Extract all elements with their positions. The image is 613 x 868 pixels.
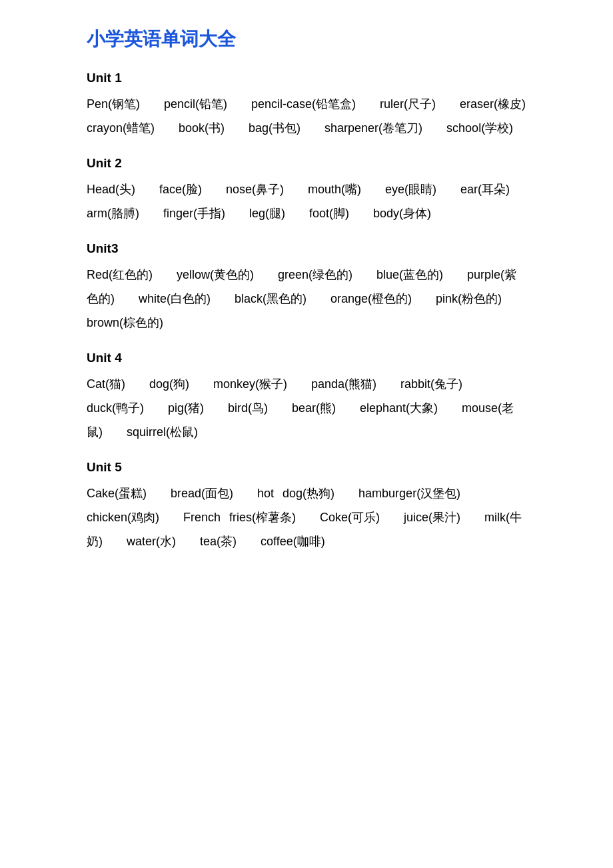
unit-heading-5: Unit 5 bbox=[87, 460, 526, 475]
unit-content-2: Head(头) face(脸) nose(鼻子) mouth(嘴) eye(眼睛… bbox=[87, 177, 526, 225]
unit-content-4: Cat(猫) dog(狗) monkey(猴子) panda(熊猫) rabbi… bbox=[87, 372, 526, 444]
unit-section-2: Unit 2Head(头) face(脸) nose(鼻子) mouth(嘴) … bbox=[87, 156, 526, 225]
unit-heading-1: Unit 1 bbox=[87, 71, 526, 85]
unit-content-5: Cake(蛋糕) bread(面包) hot dog(热狗) hamburger… bbox=[87, 481, 526, 553]
unit-content-1: Pen(钢笔) pencil(铅笔) pencil-case(铅笔盒) rule… bbox=[87, 92, 526, 140]
unit-section-1: Unit 1Pen(钢笔) pencil(铅笔) pencil-case(铅笔盒… bbox=[87, 71, 526, 140]
page-title: 小学英语单词大全 bbox=[87, 27, 526, 52]
unit-content-3: Red(红色的) yellow(黄色的) green(绿色的) blue(蓝色的… bbox=[87, 263, 526, 335]
unit-section-4: Unit 4Cat(猫) dog(狗) monkey(猴子) panda(熊猫)… bbox=[87, 351, 526, 444]
unit-heading-3: Unit3 bbox=[87, 241, 526, 256]
unit-section-3: Unit3Red(红色的) yellow(黄色的) green(绿色的) blu… bbox=[87, 241, 526, 335]
unit-heading-2: Unit 2 bbox=[87, 156, 526, 171]
unit-heading-4: Unit 4 bbox=[87, 351, 526, 365]
unit-section-5: Unit 5Cake(蛋糕) bread(面包) hot dog(热狗) ham… bbox=[87, 460, 526, 553]
